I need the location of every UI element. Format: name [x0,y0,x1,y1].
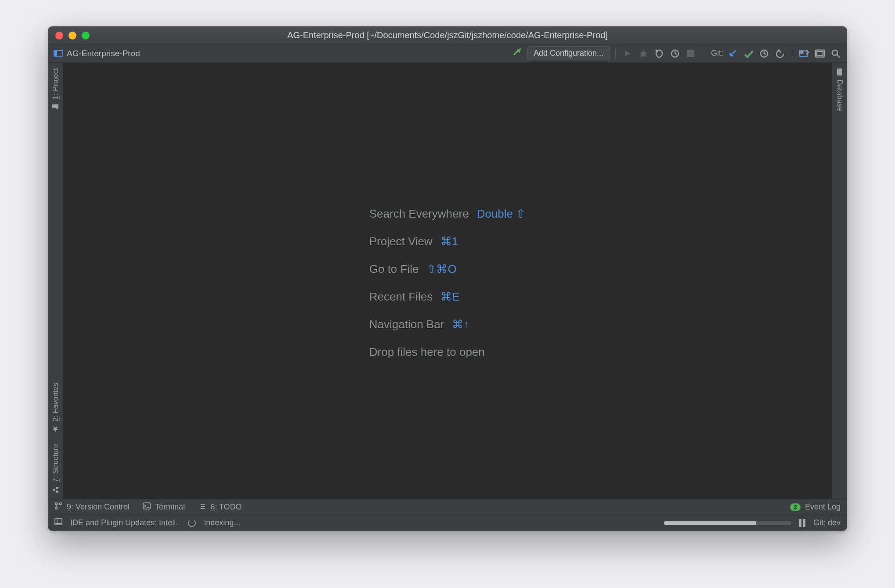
search-everywhere-button[interactable] [829,47,842,60]
bottom-toolwindow-stripe: 9: Version Control Terminal 6: TODO 2 Ev… [48,499,847,515]
build-button[interactable] [511,47,524,60]
toolwindow-terminal-tab[interactable]: Terminal [143,502,185,512]
shortcut-project-view: Project View ⌘1 [369,235,526,248]
svg-point-7 [832,50,837,55]
toolwindow-event-log-tab[interactable]: 2 Event Log [790,502,841,512]
toolwindow-quick-access-icon[interactable] [54,518,62,527]
toolwindow-todo-tab[interactable]: 6: TODO [198,502,242,512]
folder-icon [52,103,60,111]
ide-settings-button[interactable] [813,47,826,60]
shortcut-recent-files: Recent Files ⌘E [369,290,526,304]
svg-rect-9 [57,487,59,489]
indexing-progress-bar[interactable] [664,521,791,525]
profile-button[interactable] [668,47,682,60]
event-log-badge: 2 [790,503,801,511]
toolwindow-database-tab[interactable]: Database [832,63,847,117]
shortcut-go-to-file: Go to File ⇧⌘O [369,262,526,276]
run-with-coverage-button[interactable] [653,47,666,60]
toolwindow-project-tab[interactable]: 1: Project [48,63,63,116]
zoom-window-button[interactable] [82,32,90,39]
vcs-revert-button[interactable] [773,47,787,60]
star-icon [52,425,60,433]
left-toolwindow-stripe: 1: Project 2: Favorites 7: Structure [48,63,63,499]
svg-rect-15 [143,503,150,509]
run-configuration-dropdown[interactable]: Add Configuration... [527,47,610,60]
svg-rect-16 [55,519,62,525]
shortcut-search-everywhere: Search Everywhere Double ⇧ [369,207,526,221]
status-updates-text[interactable]: IDE and Plugin Updates: Intell.. [70,518,180,527]
database-icon [836,68,844,76]
project-icon [54,50,63,57]
main-toolbar: AG-Enterprise-Prod Add Configuration... … [48,44,847,63]
vcs-history-button[interactable] [758,47,771,60]
toolwindow-favorites-tab[interactable]: 2: Favorites [48,377,63,438]
status-bar: IDE and Plugin Updates: Intell.. Indexin… [48,515,847,531]
breadcrumb-project-label: AG-Enterprise-Prod [67,49,140,58]
vcs-commit-button[interactable] [742,47,755,60]
welcome-shortcut-list: Search Everywhere Double ⇧ Project View … [369,203,526,359]
svg-rect-6 [817,51,823,56]
run-button[interactable] [621,47,634,60]
minimize-window-button[interactable] [69,32,76,39]
stop-button[interactable] [684,47,697,60]
vcs-update-button[interactable] [726,47,739,60]
svg-point-13 [55,507,58,509]
close-window-button[interactable] [55,32,63,39]
status-indexing-text[interactable]: Indexing... [204,518,240,527]
indexing-pause-button[interactable] [799,519,805,527]
title-bar: AG-Enterprise-Prod [~/Documents/Code/jsz… [48,27,847,44]
toolwindow-version-control-tab[interactable]: 9: Version Control [54,502,130,512]
toolwindow-structure-tab[interactable]: 7: Structure [48,438,63,499]
git-branch-indicator[interactable]: Git: dev [813,518,841,527]
svg-rect-10 [53,489,55,491]
window-title: AG-Enterprise-Prod [~/Documents/Code/jsz… [48,30,847,40]
terminal-icon [143,502,151,512]
editor-empty-area[interactable]: Search Everywhere Double ⇧ Project View … [63,63,832,499]
structure-icon [52,486,60,494]
indexing-spinner-icon [188,519,196,527]
traffic-lights [55,32,90,39]
svg-point-12 [55,503,58,505]
right-toolwindow-stripe: Database [832,63,847,499]
debug-button[interactable] [637,47,650,60]
svg-rect-8 [57,491,59,493]
drop-files-hint: Drop files here to open [369,345,526,359]
branch-icon [54,502,62,512]
ide-window: AG-Enterprise-Prod [~/Documents/Code/jsz… [48,26,847,531]
breadcrumb-project[interactable]: AG-Enterprise-Prod [51,49,143,58]
svg-rect-4 [800,51,803,53]
indexing-progress-fill [664,521,756,525]
git-label: Git: [711,49,723,58]
list-icon [198,502,206,512]
project-structure-button[interactable] [798,47,811,60]
shortcut-navigation-bar: Navigation Bar ⌘↑ [369,318,526,331]
